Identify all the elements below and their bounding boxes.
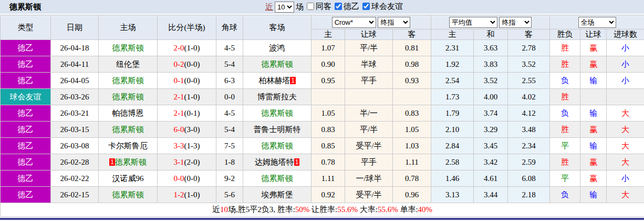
avg-draw-odds-cell: 3.45 [474,138,508,154]
matches-table: 类型 日期 主场 比分(半场) 角球 客场 Crow* 终指 平均值 终指 全场… [0,15,644,217]
result-handicap-cell: 赢 [580,122,607,138]
avg-draw-odds-cell: 3.63 [474,40,508,56]
match-type-cell: 德乙 [1,170,51,187]
avg-away-odds-cell: 2.18 [508,187,550,203]
away-team-cell: 德累斯顿 [243,56,311,73]
avg-away-odds-cell: 4.12 [508,105,550,122]
corner-cell: 5-4 [216,122,243,138]
score-cell: 1-2(1-0) [158,187,216,203]
result-wdl-cell: 胜 [550,122,580,138]
checkbox-input[interactable] [362,3,370,10]
avg-draw-odds-cell: 4.00 [474,89,508,105]
fulltime-score: 3-1 [174,158,184,166]
team-name: 埃弗斯堡 [262,190,293,199]
result-scope-select[interactable]: 全场 [578,17,616,28]
handicap-home-odds-cell: 1.05 [311,105,345,122]
team-name: 达姆施塔特 [255,158,294,166]
result-handicap-cell: 赢 [580,40,607,56]
result-handicap-cell [580,89,607,105]
home-team-cell: 1德累斯顿 [99,154,158,170]
avg-draw-odds-cell: 3.42 [474,154,508,170]
result-goals-cell: 小 [607,73,644,89]
away-team-cell: 柏林赫塔1 [243,73,311,89]
team-name: 德累斯顿 [262,174,293,183]
col-header-corner: 角球 [216,15,243,40]
recent-link[interactable]: 近 [265,2,273,12]
match-type-cell: 德乙 [1,122,51,138]
bookmaker-select[interactable]: Crow* [332,17,376,28]
score-cell: 0-2(0-0) [158,56,216,73]
handicap-away-odds-cell: 1.11 [393,154,431,170]
avg-away-odds-cell: 3.52 [508,56,550,73]
team-name: 德累斯顿 [112,190,144,199]
handicap-away-odds-cell: 0.93 [393,73,431,89]
col-header-wdl: 胜负 [550,29,580,40]
summary-stat-label: 让胜率: [309,205,337,214]
checkbox-input[interactable] [307,3,314,10]
avg-home-odds-cell: 2.84 [431,138,474,154]
team-name: 帕德博恩 [112,109,144,117]
checkbox-label: 球会友谊 [371,2,403,12]
score-cell: 2-0(1-0) [158,40,216,56]
corner-cell: 9-2 [216,170,243,187]
result-handicap-cell: 输 [580,138,607,154]
odds-source-select[interactable]: 平均值 [449,17,497,28]
result-wdl-cell: 胜 [550,89,580,105]
checkbox-input[interactable] [335,3,342,10]
match-type-cell: 德乙 [1,154,51,170]
date-cell: 26-04-18 [51,40,99,56]
table-header: 类型 日期 主场 比分(半场) 角球 客场 Crow* 终指 平均值 终指 全场… [1,15,644,40]
team-name: 博雷斯拉夫 [257,93,297,101]
avg-away-odds-cell: 4.02 [508,89,550,105]
result-goals-cell: 大 [607,105,644,122]
match-row: 德乙26-03-15德累斯顿6-0(3-0)5-4普鲁士明斯特0.83平/半1.… [1,122,644,138]
away-team-cell: 波鸿 [243,40,311,56]
handicap-away-odds-cell: 0.96 [393,187,431,203]
avg-home-odds-cell: 2.58 [431,154,474,170]
date-cell: 26-02-15 [51,187,99,203]
col-header-let-line: 让球 [345,29,393,40]
score-cell: 2-1(1-0) [158,89,216,105]
halftime-score: (3-0) [184,125,200,134]
away-team-cell: 德累斯顿 [243,170,311,187]
away-team-cell: 埃弗斯堡 [243,187,311,203]
score-cell: 0-0(0-0) [158,170,216,187]
recent-count-select[interactable]: 10 [275,2,294,13]
match-row: 德乙26-04-18德累斯顿2-0(1-0)4-5波鸿1.07平/半0.812.… [1,40,644,56]
result-wdl-cell: 胜 [550,40,580,56]
date-cell: 26-03-15 [51,122,99,138]
col-header-odds-away: 客 [508,29,550,40]
avg-draw-odds-cell: 4.61 [474,170,508,187]
corner-cell: 6-3 [216,73,243,89]
handicap-home-odds-cell: 1.07 [311,40,345,56]
date-cell: 26-03-21 [51,105,99,122]
result-goals-cell: 大 [607,154,644,170]
result-handicap-cell: 赢 [580,170,607,187]
handicap-home-odds-cell: 0.78 [311,154,345,170]
filter-checkboxes: 同客德乙球会友谊 [304,2,403,13]
fulltime-score: 2-0 [174,44,184,52]
avg-draw-odds-cell: 3.29 [474,122,508,138]
handicap-home-odds-cell: 1.11 [311,170,345,187]
filter-checkbox[interactable]: 球会友谊 [359,2,403,12]
team-name: 德累斯顿 [115,158,147,166]
handicap-stage-select[interactable]: 终指 [378,17,410,28]
away-team-cell: 达姆施塔特1 [243,154,311,170]
odds-stage-select[interactable]: 终指 [499,17,532,28]
match-row: 德乙26-03-08卡尔斯鲁厄3-3(1-3)7-5德累斯顿0.85受平/半1.… [1,138,644,154]
match-row: 德乙26-02-15德累斯顿1-2(1-0)5-6埃弗斯堡0.92受平/半0.9… [1,187,644,203]
fulltime-score: 0-1 [174,76,184,85]
filter-checkbox[interactable]: 同客 [304,2,331,12]
filter-controls: 近 10 场 同客德乙球会友谊 [265,0,403,14]
col-header-date: 日期 [51,15,99,40]
avg-away-odds-cell: 2.59 [508,154,550,170]
halftime-score: (1-3) [184,142,200,150]
filter-checkbox[interactable]: 德乙 [331,2,359,12]
col-header-type: 类型 [1,15,51,40]
home-team-cell: 纽伦堡 [99,56,158,73]
avg-draw-odds-cell: 3.83 [474,56,508,73]
col-header-score: 比分(半场) [158,15,216,40]
team-name: 德累斯顿 [262,60,293,68]
fulltime-score: 2-1 [174,93,184,101]
match-type-cell: 德乙 [1,73,51,89]
